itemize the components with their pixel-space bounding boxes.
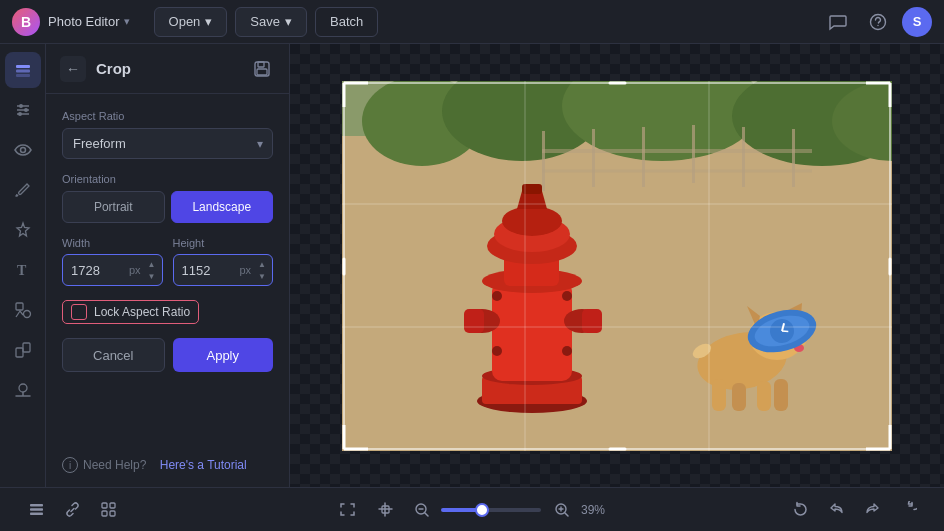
- panel-header: ← Crop: [46, 44, 289, 94]
- app-title-group[interactable]: Photo Editor ▾: [48, 14, 130, 29]
- svg-rect-101: [102, 511, 107, 516]
- width-stepper: ▲ ▼: [144, 258, 160, 282]
- apply-button[interactable]: Apply: [173, 338, 274, 372]
- svg-rect-14: [16, 303, 23, 310]
- zoom-out-button[interactable]: [407, 496, 435, 524]
- bottom-left-tools: [20, 494, 124, 526]
- svg-rect-52: [464, 309, 484, 333]
- svg-rect-16: [16, 348, 23, 357]
- svg-rect-34: [642, 127, 645, 187]
- fit-screen-button[interactable]: [331, 494, 363, 526]
- app-logo: B: [12, 8, 40, 36]
- svg-rect-25: [342, 136, 892, 451]
- svg-rect-33: [592, 129, 595, 187]
- zoom-controls: 39%: [331, 494, 613, 526]
- width-stepper-up[interactable]: ▲: [144, 258, 160, 270]
- sidebar-item-preview[interactable]: [5, 132, 41, 168]
- svg-point-48: [502, 206, 562, 236]
- width-stepper-down[interactable]: ▼: [144, 270, 160, 282]
- svg-rect-97: [30, 508, 43, 511]
- aspect-ratio-label: Aspect Ratio: [62, 110, 273, 122]
- sidebar-item-text[interactable]: T: [5, 252, 41, 288]
- svg-rect-102: [110, 511, 115, 516]
- svg-rect-17: [23, 343, 30, 352]
- history-forward-button[interactable]: [892, 494, 924, 526]
- aspect-ratio-select[interactable]: Freeform 1:1 4:3 16:9: [62, 128, 273, 159]
- portrait-button[interactable]: Portrait: [62, 191, 165, 223]
- sidebar-item-shapes[interactable]: [5, 292, 41, 328]
- actual-size-button[interactable]: [369, 494, 401, 526]
- height-stepper: ▲ ▼: [254, 258, 270, 282]
- width-input-wrap: px ▲ ▼: [62, 254, 163, 286]
- svg-point-11: [20, 148, 25, 153]
- zoom-percent: 39%: [581, 503, 613, 517]
- canvas-image: [342, 81, 892, 451]
- landscape-button[interactable]: Landscape: [171, 191, 274, 223]
- canvas-area: [290, 44, 944, 487]
- help-icon-button[interactable]: [862, 6, 894, 38]
- sidebar-item-stamp[interactable]: [5, 372, 41, 408]
- batch-button[interactable]: Batch: [315, 7, 378, 37]
- zoom-slider[interactable]: [441, 508, 541, 512]
- user-avatar[interactable]: S: [902, 7, 932, 37]
- sidebar-item-effects[interactable]: [5, 212, 41, 248]
- height-label: Height: [173, 237, 274, 249]
- tutorial-link[interactable]: Here's a Tutorial: [160, 458, 247, 472]
- svg-rect-54: [582, 309, 602, 333]
- lock-aspect-ratio-section: Lock Aspect Ratio: [62, 300, 199, 324]
- orientation-section: Orientation Portrait Landscape: [62, 173, 273, 223]
- dimensions-section: Width px ▲ ▼ Height px: [62, 237, 273, 286]
- undo-button[interactable]: [820, 494, 852, 526]
- svg-point-55: [492, 291, 502, 301]
- link-button[interactable]: [56, 494, 88, 526]
- open-button[interactable]: Open ▾: [154, 7, 228, 37]
- panel-content: Aspect Ratio Freeform 1:1 4:3 16:9 Orien…: [46, 94, 289, 447]
- save-button[interactable]: Save ▾: [235, 7, 307, 37]
- orientation-group: Portrait Landscape: [62, 191, 273, 223]
- svg-rect-32: [542, 131, 545, 191]
- orientation-label: Orientation: [62, 173, 273, 185]
- sidebar-item-brushes[interactable]: [5, 172, 41, 208]
- panel-actions: Cancel Apply: [62, 338, 273, 372]
- height-input-wrap: px ▲ ▼: [173, 254, 274, 286]
- svg-rect-36: [742, 127, 745, 187]
- svg-rect-2: [16, 65, 30, 68]
- grid-toggle-button[interactable]: [92, 494, 124, 526]
- sidebar-item-layers[interactable]: [5, 52, 41, 88]
- lock-aspect-checkbox[interactable]: [71, 304, 87, 320]
- height-stepper-up[interactable]: ▲: [254, 258, 270, 270]
- redo-button[interactable]: [856, 494, 888, 526]
- sidebar-item-export[interactable]: [5, 332, 41, 368]
- app-title-chevron-icon: ▾: [124, 15, 130, 28]
- crop-panel: ← Crop Aspect Ratio Freeform 1:1 4:3: [46, 44, 290, 487]
- svg-point-10: [18, 112, 22, 116]
- svg-rect-22: [258, 62, 264, 67]
- width-label: Width: [62, 237, 163, 249]
- svg-rect-99: [102, 503, 107, 508]
- svg-rect-4: [16, 74, 30, 77]
- svg-point-0: [871, 14, 886, 29]
- lock-aspect-label: Lock Aspect Ratio: [94, 305, 190, 319]
- sidebar-item-adjustments[interactable]: [5, 92, 41, 128]
- panel-title: Crop: [96, 60, 239, 77]
- svg-point-57: [492, 346, 502, 356]
- width-group: Width px ▲ ▼: [62, 237, 163, 286]
- svg-rect-23: [257, 69, 267, 75]
- layers-toggle-button[interactable]: [20, 494, 52, 526]
- bottom-toolbar: 39%: [0, 487, 944, 531]
- svg-point-8: [24, 108, 28, 112]
- message-icon-button[interactable]: [822, 6, 854, 38]
- aspect-ratio-select-wrapper: Freeform 1:1 4:3 16:9: [62, 128, 273, 159]
- app-title: Photo Editor: [48, 14, 120, 29]
- image-container: [342, 81, 892, 451]
- icon-sidebar: T: [0, 44, 46, 487]
- panel-back-button[interactable]: ←: [60, 56, 86, 82]
- svg-rect-98: [30, 513, 43, 516]
- svg-marker-12: [17, 223, 29, 236]
- panel-save-icon-button[interactable]: [249, 56, 275, 82]
- svg-rect-37: [792, 129, 795, 187]
- history-back-button[interactable]: [784, 494, 816, 526]
- cancel-button[interactable]: Cancel: [62, 338, 165, 372]
- zoom-in-button[interactable]: [547, 496, 575, 524]
- height-stepper-down[interactable]: ▼: [254, 270, 270, 282]
